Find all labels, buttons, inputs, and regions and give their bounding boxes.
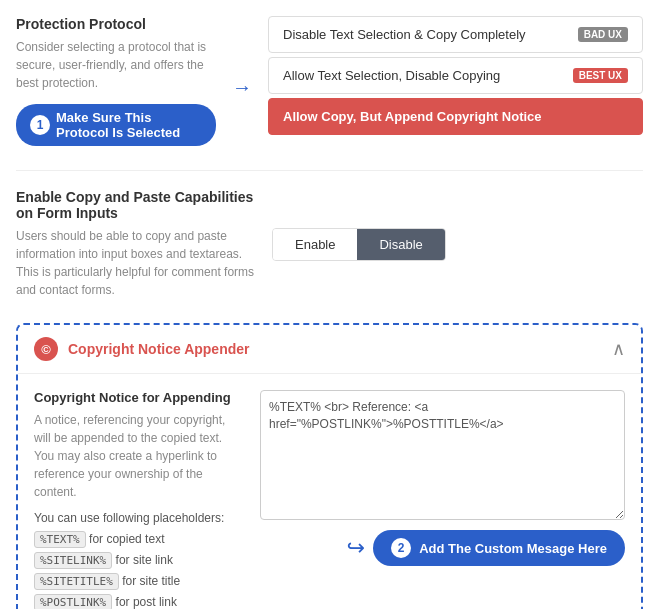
placeholder-postlink-row: %POSTLINK% for post link xyxy=(34,594,244,609)
protection-protocol-section: Protection Protocol Consider selecting a… xyxy=(16,16,643,146)
copyright-body-description: A notice, referencing your copyright, wi… xyxy=(34,411,244,501)
protocol-arrow: → xyxy=(232,76,252,99)
copy-paste-section: Enable Copy and Paste Capabilities on Fo… xyxy=(16,170,643,299)
protocol-option-selected[interactable]: Allow Copy, But Append Copyright Notice xyxy=(268,98,643,135)
protocol-option-best[interactable]: Allow Text Selection, Disable Copying BE… xyxy=(268,57,643,94)
protocol-option-best-label: Allow Text Selection, Disable Copying xyxy=(283,68,500,83)
protocol-highlight-label: Make Sure This Protocol Is Selected xyxy=(56,110,202,140)
bad-ux-badge: BAD UX xyxy=(578,27,628,42)
copyright-body-left-panel: Copyright Notice for Appending A notice,… xyxy=(34,390,244,609)
protocol-left-panel: Protection Protocol Consider selecting a… xyxy=(16,16,216,146)
copy-paste-left-panel: Enable Copy and Paste Capabilities on Fo… xyxy=(16,189,256,299)
add-custom-step-number: 2 xyxy=(391,538,411,558)
protocol-description: Consider selecting a protocol that is se… xyxy=(16,38,216,92)
add-custom-wrapper: ↩ 2 Add The Custom Mesage Here xyxy=(347,530,625,566)
add-custom-button[interactable]: 2 Add The Custom Mesage Here xyxy=(373,530,625,566)
protocol-option-bad-label: Disable Text Selection & Copy Completely xyxy=(283,27,526,42)
protocol-step-number: 1 xyxy=(30,115,50,135)
placeholder-postlink-tag: %POSTLINK% xyxy=(34,594,112,609)
copyright-header-left: © Copyright Notice Appender xyxy=(34,337,250,361)
copyright-textarea[interactable]: %TEXT% <br> Reference: <a href="%POSTLIN… xyxy=(260,390,625,520)
toggle-enable-button[interactable]: Enable xyxy=(273,229,357,260)
toggle-disable-button[interactable]: Disable xyxy=(357,229,444,260)
copyright-header-title: Copyright Notice Appender xyxy=(68,341,250,357)
protocol-options-list: Disable Text Selection & Copy Completely… xyxy=(268,16,643,135)
copyright-body-title: Copyright Notice for Appending xyxy=(34,390,244,405)
placeholder-sitetitle-tag: %SITETITLE% xyxy=(34,573,119,590)
placeholder-sitelink-tag: %SITELINK% xyxy=(34,552,112,569)
curved-arrow-icon: ↩ xyxy=(347,535,365,561)
protocol-option-selected-label: Allow Copy, But Append Copyright Notice xyxy=(283,109,542,124)
protocol-option-bad[interactable]: Disable Text Selection & Copy Completely… xyxy=(268,16,643,53)
copyright-appender-section: © Copyright Notice Appender ∧ Copyright … xyxy=(16,323,643,609)
chevron-up-icon[interactable]: ∧ xyxy=(612,338,625,360)
copy-paste-title: Enable Copy and Paste Capabilities on Fo… xyxy=(16,189,256,221)
protocol-title: Protection Protocol xyxy=(16,16,216,32)
copyright-icon: © xyxy=(34,337,58,361)
copyright-body: Copyright Notice for Appending A notice,… xyxy=(18,374,641,609)
placeholder-intro-label: You can use following placeholders: xyxy=(34,511,244,525)
copy-paste-description: Users should be able to copy and paste i… xyxy=(16,227,256,299)
copy-paste-toggle-group: Enable Disable xyxy=(272,228,446,261)
placeholder-sitelink-row: %SITELINK% for site link xyxy=(34,552,244,569)
protocol-highlight-badge: 1 Make Sure This Protocol Is Selected xyxy=(16,104,216,146)
placeholder-text-row: %TEXT% for copied text xyxy=(34,531,244,548)
best-ux-badge: BEST UX xyxy=(573,68,628,83)
copyright-body-right-panel: %TEXT% <br> Reference: <a href="%POSTLIN… xyxy=(260,390,625,609)
copyright-header: © Copyright Notice Appender ∧ xyxy=(18,325,641,374)
add-custom-button-label: Add The Custom Mesage Here xyxy=(419,541,607,556)
placeholder-sitetitle-row: %SITETITLE% for site title xyxy=(34,573,244,590)
placeholder-text-tag: %TEXT% xyxy=(34,531,86,548)
